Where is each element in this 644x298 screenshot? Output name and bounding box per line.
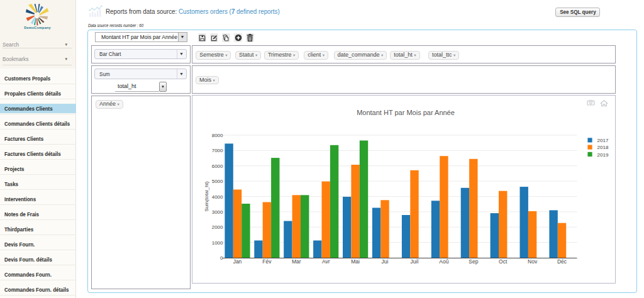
svg-text:Sum(total_ht): Sum(total_ht) (204, 181, 209, 211)
svg-text:2018: 2018 (597, 145, 609, 150)
svg-text:4000: 4000 (212, 194, 223, 199)
svg-text:Nov: Nov (528, 258, 538, 264)
svg-text:Mar: Mar (292, 258, 301, 264)
svg-text:Aoû: Aoû (439, 258, 448, 264)
svg-text:6000: 6000 (212, 163, 223, 168)
svg-text:3000: 3000 (212, 209, 223, 214)
svg-text:Sep: Sep (469, 258, 478, 264)
svg-text:Avr: Avr (322, 258, 330, 264)
svg-text:2000: 2000 (212, 224, 223, 230)
svg-text:2017: 2017 (597, 138, 609, 143)
svg-text:2019: 2019 (597, 152, 609, 157)
svg-text:Montant HT par Mois par Année: Montant HT par Mois par Année (357, 109, 455, 116)
svg-text:8000: 8000 (212, 133, 223, 138)
svg-text:Juil: Juil (411, 258, 419, 264)
svg-text:Jan: Jan (233, 258, 242, 264)
svg-text:7000: 7000 (212, 148, 223, 153)
svg-text:5000: 5000 (212, 179, 223, 184)
svg-text:Fév: Fév (262, 258, 272, 264)
svg-text:Mai: Mai (351, 258, 360, 264)
svg-text:Oct: Oct (499, 258, 508, 264)
svg-text:Déc: Déc (557, 258, 567, 264)
svg-text:1000: 1000 (212, 240, 223, 245)
svg-text:Jui: Jui (382, 258, 389, 264)
